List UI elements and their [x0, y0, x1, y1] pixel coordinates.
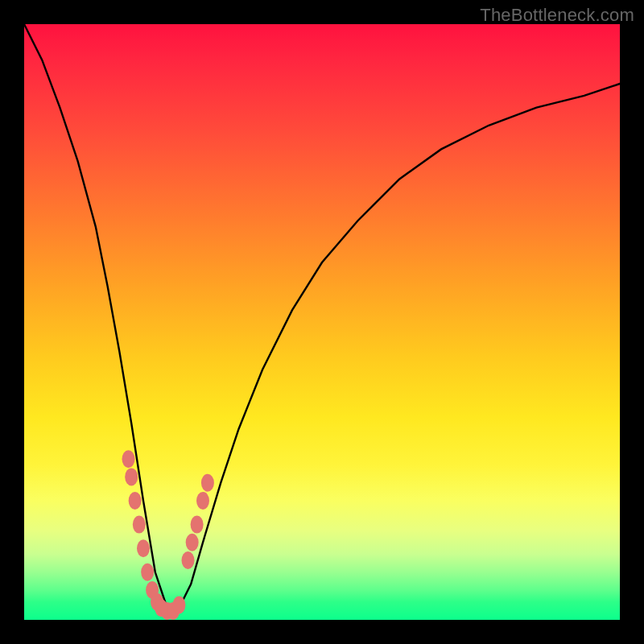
plot-area: [24, 24, 620, 620]
data-marker: [182, 551, 195, 569]
data-marker: [125, 468, 138, 485]
chart-frame: TheBottleneck.com: [0, 0, 644, 644]
data-marker: [122, 450, 135, 468]
data-marker: [137, 539, 150, 557]
marker-cluster-bottom: [155, 597, 185, 620]
data-marker: [201, 474, 214, 492]
data-marker: [133, 516, 146, 534]
data-marker: [186, 534, 199, 551]
curve-layer: [24, 24, 620, 620]
data-marker: [141, 564, 154, 581]
data-marker: [196, 492, 209, 510]
watermark-text: TheBottleneck.com: [480, 5, 634, 26]
data-marker: [172, 597, 185, 614]
bottleneck-curve: [24, 24, 620, 608]
data-marker: [191, 516, 204, 534]
curve-path: [24, 24, 620, 608]
data-marker: [129, 492, 142, 510]
marker-cluster-left: [122, 450, 164, 611]
